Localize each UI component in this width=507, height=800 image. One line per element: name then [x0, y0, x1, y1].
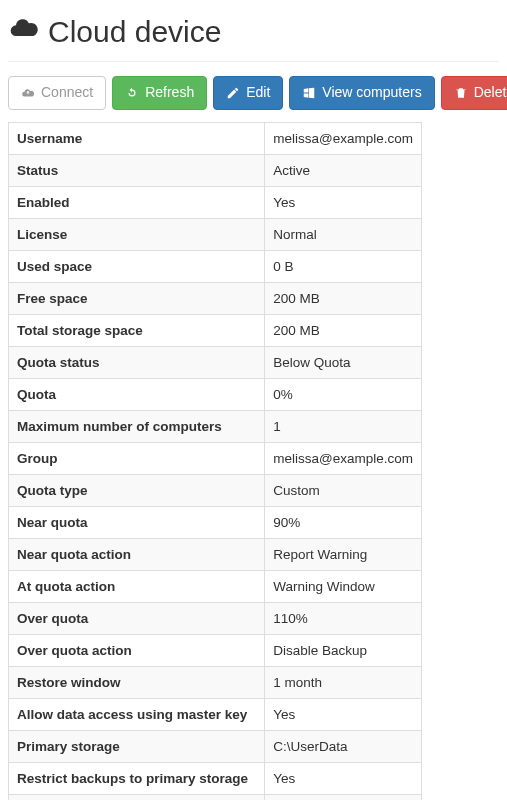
- detail-value: 90%: [265, 506, 422, 538]
- table-row: Restrict backups to primary storageYes: [9, 762, 422, 794]
- table-row: Free space200 MB: [9, 282, 422, 314]
- detail-label: License: [9, 218, 265, 250]
- detail-value: 200 MB: [265, 314, 422, 346]
- detail-label: Status: [9, 154, 265, 186]
- refresh-icon: [125, 86, 139, 100]
- table-row: Near quota90%: [9, 506, 422, 538]
- details-table: Usernamemelissa@example.comStatusActiveE…: [8, 122, 422, 800]
- table-row: Used space0 B: [9, 250, 422, 282]
- connect-label: Connect: [41, 83, 93, 103]
- table-row: EnabledYes: [9, 186, 422, 218]
- detail-value: C:\UserData: [265, 730, 422, 762]
- refresh-label: Refresh: [145, 83, 194, 103]
- detail-label: Group: [9, 442, 265, 474]
- detail-label: Allow data access using master key: [9, 698, 265, 730]
- detail-value: Below Quota: [265, 346, 422, 378]
- detail-label: Primary storage: [9, 730, 265, 762]
- table-row: LicenseNormal: [9, 218, 422, 250]
- detail-value: Report Warning: [265, 538, 422, 570]
- detail-value: melissa@example.com: [265, 122, 422, 154]
- table-row: Quota typeCustom: [9, 474, 422, 506]
- detail-label: Restore window: [9, 666, 265, 698]
- detail-value: Active: [265, 154, 422, 186]
- detail-value: 110%: [265, 602, 422, 634]
- cloud-upload-icon: [21, 86, 35, 100]
- detail-label: Over quota action: [9, 634, 265, 666]
- detail-label: Near quota: [9, 506, 265, 538]
- table-row: Restore window1 month: [9, 666, 422, 698]
- detail-value: Yes: [265, 698, 422, 730]
- trash-icon: [454, 86, 468, 100]
- detail-label: Username: [9, 122, 265, 154]
- table-row: Allow data access using master keyYes: [9, 698, 422, 730]
- page-title: Cloud device: [8, 12, 499, 51]
- detail-value: 0%: [265, 378, 422, 410]
- page-title-text: Cloud device: [48, 15, 221, 49]
- windows-icon: [302, 86, 316, 100]
- table-row: Near quota actionReport Warning: [9, 538, 422, 570]
- divider: [8, 61, 499, 62]
- detail-label: Free space: [9, 282, 265, 314]
- table-row: Over quota110%: [9, 602, 422, 634]
- table-row: User data directory namemelissa@example.…: [9, 794, 422, 800]
- table-row: Usernamemelissa@example.com: [9, 122, 422, 154]
- table-row: Groupmelissa@example.com: [9, 442, 422, 474]
- table-row: Maximum number of computers1: [9, 410, 422, 442]
- detail-label: Enabled: [9, 186, 265, 218]
- detail-label: Over quota: [9, 602, 265, 634]
- delete-label: Delete: [474, 83, 507, 103]
- detail-label: Quota type: [9, 474, 265, 506]
- view-computers-label: View computers: [322, 83, 421, 103]
- cloud-icon: [8, 12, 40, 51]
- table-row: At quota actionWarning Window: [9, 570, 422, 602]
- detail-value: melissa@example.com: [265, 794, 422, 800]
- edit-button[interactable]: Edit: [213, 76, 283, 110]
- detail-label: Quota: [9, 378, 265, 410]
- detail-value: 1: [265, 410, 422, 442]
- detail-value: Warning Window: [265, 570, 422, 602]
- detail-label: Near quota action: [9, 538, 265, 570]
- detail-value: Yes: [265, 186, 422, 218]
- detail-value: Normal: [265, 218, 422, 250]
- detail-label: User data directory name: [9, 794, 265, 800]
- detail-label: Quota status: [9, 346, 265, 378]
- refresh-button[interactable]: Refresh: [112, 76, 207, 110]
- detail-label: Restrict backups to primary storage: [9, 762, 265, 794]
- table-row: Over quota actionDisable Backup: [9, 634, 422, 666]
- detail-value: Disable Backup: [265, 634, 422, 666]
- connect-button: Connect: [8, 76, 106, 110]
- detail-value: melissa@example.com: [265, 442, 422, 474]
- table-row: Primary storageC:\UserData: [9, 730, 422, 762]
- table-row: Quota0%: [9, 378, 422, 410]
- table-row: Quota statusBelow Quota: [9, 346, 422, 378]
- detail-label: Total storage space: [9, 314, 265, 346]
- delete-button[interactable]: Delete: [441, 76, 507, 110]
- detail-value: 200 MB: [265, 282, 422, 314]
- table-row: Total storage space200 MB: [9, 314, 422, 346]
- edit-label: Edit: [246, 83, 270, 103]
- detail-label: At quota action: [9, 570, 265, 602]
- detail-value: Yes: [265, 762, 422, 794]
- detail-label: Used space: [9, 250, 265, 282]
- toolbar: Connect Refresh Edit View computers Dele…: [8, 76, 499, 110]
- detail-value: 0 B: [265, 250, 422, 282]
- table-row: StatusActive: [9, 154, 422, 186]
- view-computers-button[interactable]: View computers: [289, 76, 434, 110]
- pencil-icon: [226, 86, 240, 100]
- detail-value: Custom: [265, 474, 422, 506]
- detail-label: Maximum number of computers: [9, 410, 265, 442]
- detail-value: 1 month: [265, 666, 422, 698]
